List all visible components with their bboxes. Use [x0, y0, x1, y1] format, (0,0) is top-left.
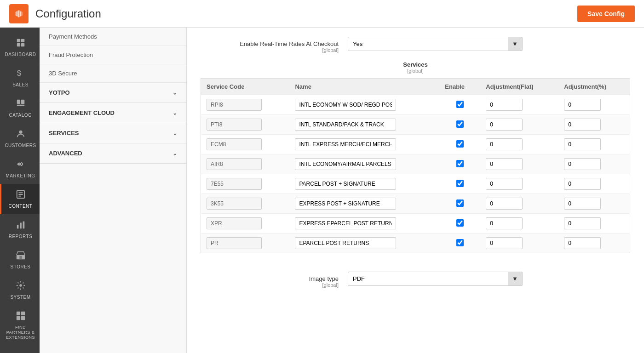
sidebar-item-dashboard[interactable]: DASHBOARD — [0, 32, 40, 63]
service-adj-pct-input-5[interactable] — [564, 198, 601, 210]
service-name-input-1[interactable] — [295, 119, 396, 131]
service-name-input-6[interactable] — [295, 217, 396, 229]
service-enable-checkbox-0[interactable] — [456, 101, 464, 108]
service-enable-checkbox-3[interactable] — [456, 160, 464, 167]
table-row — [201, 233, 630, 253]
service-adj-pct-input-7[interactable] — [564, 237, 601, 249]
service-adj-flat-input-0[interactable] — [486, 99, 523, 111]
svg-rect-22 — [16, 316, 20, 320]
nav-item-payment-methods[interactable]: Payment Methods — [40, 28, 186, 46]
service-adj-flat-input-3[interactable] — [486, 158, 523, 170]
nav-item-3d-secure[interactable]: 3D Secure — [40, 64, 186, 83]
service-adj-flat-input-1[interactable] — [486, 119, 523, 131]
svg-point-19 — [19, 284, 22, 287]
main-content: Enable Real-Time Rates At Checkout [glob… — [187, 28, 644, 353]
enable-rates-row: Enable Real-Time Rates At Checkout [glob… — [201, 37, 630, 53]
sidebar-label-stores: STORES — [11, 264, 31, 269]
table-row — [201, 174, 630, 194]
content-icon — [16, 189, 26, 202]
customers-icon — [16, 129, 26, 141]
service-code-input-4[interactable] — [207, 178, 262, 190]
service-enable-checkbox-1[interactable] — [456, 120, 464, 128]
service-name-input-2[interactable] — [295, 138, 396, 150]
accordion-header-yotpo[interactable]: YOTPO ⌄ — [40, 83, 186, 102]
svg-rect-15 — [20, 222, 22, 228]
accordion-header-advanced[interactable]: ADVANCED ⌄ — [40, 143, 186, 163]
chevron-down-icon: ⌄ — [172, 90, 177, 96]
service-name-input-0[interactable] — [295, 99, 396, 111]
services-table-wrapper: Service Code Name Enable Adjustment(Flat… — [201, 78, 630, 253]
sidebar-item-marketing[interactable]: MARKETING — [0, 154, 40, 184]
image-type-value: PDF PNG GIF ▼ — [348, 272, 630, 286]
image-type-row: Image type [global] PDF PNG GIF ▼ — [201, 272, 630, 288]
table-row — [201, 214, 630, 233]
table-row — [201, 135, 630, 154]
service-adj-flat-input-5[interactable] — [486, 198, 523, 210]
table-row — [201, 194, 630, 214]
find-partners-icon — [16, 311, 26, 323]
service-adj-pct-input-0[interactable] — [564, 99, 601, 111]
service-enable-checkbox-5[interactable] — [456, 199, 464, 207]
sidebar-label-marketing: MARKETING — [6, 173, 35, 178]
svg-rect-9 — [19, 163, 21, 165]
service-code-input-0[interactable] — [207, 99, 262, 111]
service-adj-pct-input-4[interactable] — [564, 178, 601, 190]
service-adj-pct-input-6[interactable] — [564, 217, 601, 229]
image-type-select[interactable]: PDF PNG GIF — [348, 272, 523, 286]
sidebar-item-system[interactable]: SYSTEM — [0, 275, 40, 305]
service-adj-pct-input-3[interactable] — [564, 158, 601, 170]
service-enable-checkbox-7[interactable] — [456, 239, 464, 246]
svg-rect-18 — [19, 256, 22, 259]
service-adj-flat-input-2[interactable] — [486, 138, 523, 150]
service-name-input-7[interactable] — [295, 237, 396, 249]
service-code-input-6[interactable] — [207, 217, 262, 229]
service-adj-flat-input-6[interactable] — [486, 217, 523, 229]
accordion-header-services[interactable]: SERVICES ⌄ — [40, 123, 186, 143]
service-name-input-5[interactable] — [295, 198, 396, 210]
accordion-header-engagement-cloud[interactable]: ENGAGEMENT CLOUD ⌄ — [40, 103, 186, 123]
sidebar-label-dashboard: DASHBOARD — [5, 52, 36, 57]
service-adj-flat-input-4[interactable] — [486, 178, 523, 190]
image-type-select-wrapper: PDF PNG GIF ▼ — [348, 272, 523, 286]
sidebar-item-reports[interactable]: REPORTS — [0, 214, 40, 245]
save-config-button[interactable]: Save Config — [577, 6, 635, 22]
svg-rect-20 — [16, 312, 20, 315]
sidebar-item-catalog[interactable]: CATALOG — [0, 93, 40, 123]
sidebar-label-content: CONTENT — [9, 204, 33, 209]
svg-point-8 — [19, 131, 22, 134]
header-left: Configuration — [9, 4, 101, 23]
page-title: Configuration — [35, 7, 101, 20]
col-header-enable: Enable — [439, 79, 480, 95]
sidebar-label-find-partners: FIND PARTNERS & EXTENSIONS — [4, 325, 37, 340]
service-code-input-1[interactable] — [207, 119, 262, 131]
enable-rates-select[interactable]: Yes No — [348, 37, 523, 51]
service-code-input-7[interactable] — [207, 237, 262, 249]
image-type-label: Image type [global] — [201, 272, 348, 288]
sidebar-label-catalog: CATALOG — [9, 113, 32, 118]
service-enable-checkbox-4[interactable] — [456, 180, 464, 187]
service-code-input-2[interactable] — [207, 138, 262, 150]
sidebar-item-customers[interactable]: CUSTOMERS — [0, 123, 40, 154]
nav-item-fraud-protection[interactable]: Fraud Protection — [40, 46, 186, 64]
sidebar-item-content[interactable]: CONTENT — [0, 184, 40, 214]
service-enable-checkbox-6[interactable] — [456, 219, 464, 227]
service-adj-flat-input-7[interactable] — [486, 237, 523, 249]
service-adj-pct-input-1[interactable] — [564, 119, 601, 131]
service-code-input-5[interactable] — [207, 198, 262, 210]
dashboard-icon — [16, 38, 26, 50]
svg-rect-21 — [21, 312, 24, 315]
svg-rect-2 — [17, 43, 20, 46]
sidebar-label-reports: REPORTS — [9, 234, 33, 239]
service-code-input-3[interactable] — [207, 158, 262, 170]
sidebar-item-sales[interactable]: $ SALES — [0, 63, 40, 93]
service-adj-pct-input-2[interactable] — [564, 138, 601, 150]
sidebar-item-find-partners[interactable]: FIND PARTNERS & EXTENSIONS — [0, 305, 40, 345]
service-name-input-3[interactable] — [295, 158, 396, 170]
main-layout: DASHBOARD $ SALES CATALOG CUSTOMERS — [0, 28, 644, 353]
sidebar-item-stores[interactable]: STORES — [0, 245, 40, 275]
service-enable-checkbox-2[interactable] — [456, 140, 464, 148]
service-name-input-4[interactable] — [295, 178, 396, 190]
services-scope-label: [global] — [201, 68, 630, 74]
table-row — [201, 154, 630, 174]
col-header-adj-pct: Adjustment(%) — [558, 79, 630, 95]
